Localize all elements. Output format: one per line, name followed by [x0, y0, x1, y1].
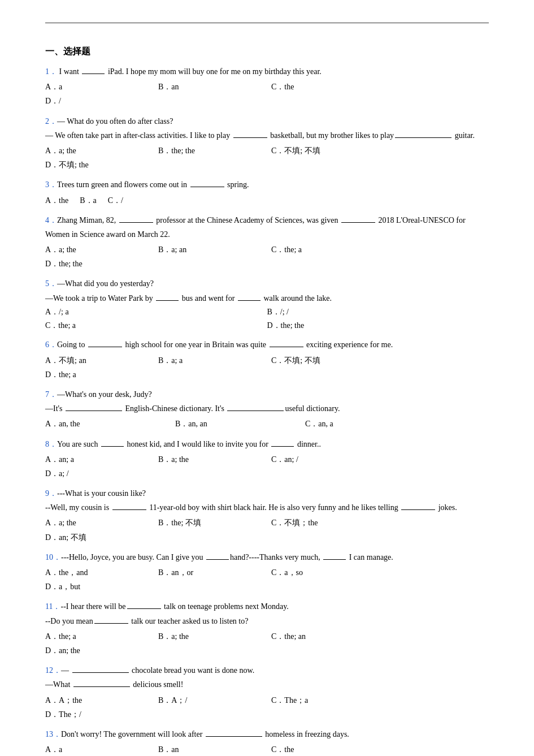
question-6: 6．Going to high school for one year in B…	[45, 338, 489, 382]
question-2: 2．— What do you often do after class? — …	[45, 114, 489, 172]
question-10: 10．---Hello, Joyce, you are busy. Can I …	[45, 550, 489, 594]
question-5: 5．—What did you do yesterday? —We took a…	[45, 277, 489, 332]
question-11: 11．--I hear there will be talk on teenag…	[45, 599, 489, 658]
top-divider	[45, 23, 489, 23]
question-13: 13．Don't worry! The government will look…	[45, 727, 489, 756]
question-8: 8．You are such honest kid, and I would l…	[45, 437, 489, 481]
question-12: 12．— chocolate bread you want is done no…	[45, 663, 489, 722]
question-7: 7．—What's on your desk, Judy? —It's Engl…	[45, 387, 489, 431]
section-title: 一、选择题	[45, 46, 489, 58]
question-3: 3．Trees turn green and flowers come out …	[45, 178, 489, 207]
question-4: 4．Zhang Miman, 82, professor at the Chin…	[45, 213, 489, 271]
question-9: 9．---What is your cousin like? --Well, m…	[45, 486, 489, 545]
question-1: 1． I want iPad. I hope my mom will buy o…	[45, 64, 489, 109]
